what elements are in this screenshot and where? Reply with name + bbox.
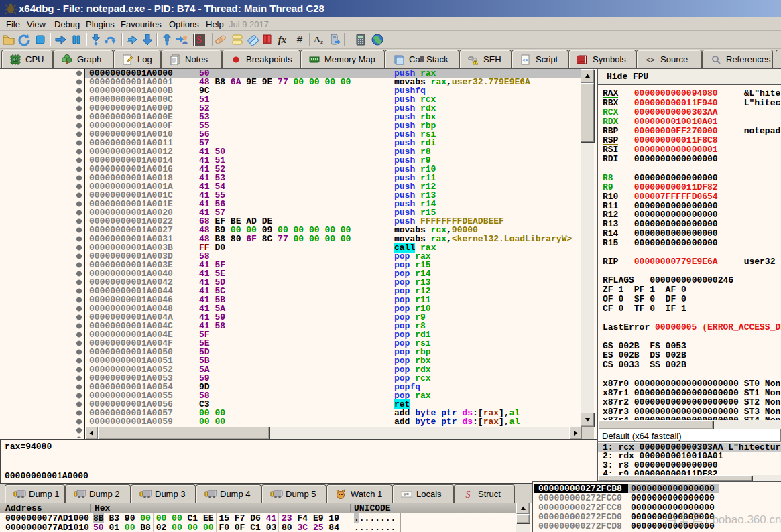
svg-text:!: ! <box>475 60 476 64</box>
svg-text:A: A <box>314 34 320 44</box>
svg-text:S: S <box>196 35 202 45</box>
svg-text:( bobao.360.cn ): ( bobao.360.cn ) <box>705 513 781 526</box>
svg-text:x=: x= <box>404 492 409 497</box>
svg-text:<>: <> <box>646 56 654 64</box>
svg-text:64: 64 <box>13 58 17 62</box>
svg-text:#: # <box>297 34 303 45</box>
svg-text:fx: fx <box>278 34 287 45</box>
svg-text:S: S <box>466 490 471 500</box>
svg-text:<>: <> <box>522 57 529 63</box>
svg-text:z: z <box>320 39 323 45</box>
